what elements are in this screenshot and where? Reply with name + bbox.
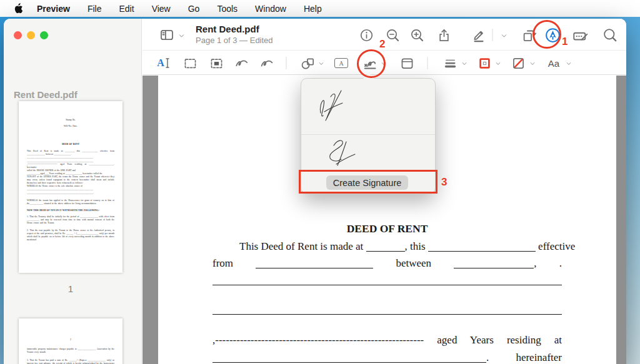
window-subtitle: Page 1 of 3 — Edited [196, 36, 273, 45]
doc-line [212, 285, 562, 302]
menu-items[interactable]: PreviewFileEditViewGoToolsWindowHelp [37, 4, 322, 14]
thumbnail-text-line: Will-No. Date. [27, 125, 114, 128]
thumbnail-text-line: DEED OF RENT [27, 143, 114, 146]
markup-toolbar-divider [286, 57, 287, 69]
thumbnail-text-line: ________________________________________… [27, 192, 114, 195]
apple-logo-icon[interactable] [14, 3, 23, 14]
chevron-down-icon[interactable] [489, 54, 508, 73]
chevron-down-icon[interactable] [312, 54, 331, 73]
thumbnail-text-line: Stamp Rs. [27, 119, 114, 122]
menu-item-preview[interactable]: Preview [37, 4, 70, 14]
doc-line: ,---------------------------------------… [212, 332, 562, 349]
sidebar-filename: Rent Deed.pdf [14, 89, 78, 100]
search-icon[interactable] [601, 26, 619, 44]
page-1-number: 1 [19, 283, 122, 294]
thumbnail-text-line: This Deed of Rent is made at ________, t… [27, 150, 114, 156]
text-box-a: A [339, 60, 343, 67]
text-select-icon[interactable]: A [154, 54, 173, 72]
chevron-down-icon[interactable] [172, 26, 191, 45]
text-select-a: A [157, 57, 164, 69]
menu-item-help[interactable]: Help [304, 4, 322, 14]
window-title-block: Rent Deed.pdf Page 1 of 3 — Edited [196, 24, 273, 45]
annotation-number-3: 3 [441, 176, 447, 189]
sidebar: Rent Deed.pdf Stamp Rs.Will-No. Date.DEE… [4, 19, 142, 364]
zoom-in-icon[interactable] [408, 26, 426, 44]
thumbnail-text-line: 3. That the Tenant has paid a sum of Rs.… [27, 359, 114, 364]
annotation-circle-2 [357, 49, 386, 78]
chevron-down-icon[interactable] [494, 26, 513, 45]
thumbnail-text-line: 2. That the rent payable by the Tenant t… [27, 229, 114, 242]
window-title: Rent Deed.pdf [196, 24, 273, 34]
text-style-aa: Aa [548, 58, 559, 69]
instant-alpha-icon[interactable] [207, 54, 226, 72]
markup-toolbar-divider [428, 57, 428, 69]
doc-line [212, 314, 562, 332]
signature-1[interactable] [301, 79, 435, 135]
info-icon[interactable] [357, 26, 376, 44]
sketch-icon[interactable] [232, 54, 251, 72]
menu-item-file[interactable]: File [88, 4, 102, 14]
doc-line: from between , . [212, 255, 562, 272]
page-2-thumbnail[interactable]: 2immovable property maintenance charges … [19, 318, 122, 364]
thumbnail-text-line: NOW THIS DEED OF TENANCY WITNESSETH THE … [27, 209, 114, 212]
note-icon[interactable] [398, 54, 416, 72]
menu-bar: PreviewFileEditViewGoToolsWindowHelp [0, 0, 640, 17]
toolbar-divider [492, 29, 493, 41]
thumbnail-text-line: ,---------------------------------------… [27, 163, 114, 169]
thumbnail-text-line: 1. That the Tenancy shall be initially f… [27, 215, 114, 225]
chevron-down-icon[interactable] [523, 54, 542, 73]
annotation-circle-1 [532, 20, 561, 49]
doc-line: . hereinafter [212, 349, 562, 364]
chevron-down-icon[interactable] [455, 54, 474, 73]
page-1-thumbnail[interactable]: Stamp Rs.Will-No. Date.DEED OF RENTThis … [19, 101, 122, 273]
share-icon[interactable] [434, 26, 453, 44]
zoom-window-button[interactable] [40, 31, 48, 39]
chevron-down-icon[interactable] [559, 54, 578, 73]
draw-icon[interactable] [258, 54, 276, 72]
annotation-number-2: 2 [379, 38, 385, 51]
thumbnail-text-line: 2 [27, 338, 114, 342]
thumbnail-text-line: TENANT of the OTHER PART, the terms the … [27, 175, 114, 185]
minimize-window-button[interactable] [27, 31, 35, 39]
markup-pen-icon[interactable] [469, 26, 488, 44]
zoom-out-icon[interactable] [383, 26, 402, 44]
annotation-rect-3 [299, 170, 438, 194]
menu-item-go[interactable]: Go [188, 4, 200, 14]
menu-item-edit[interactable]: Edit [119, 4, 134, 14]
thumbnail-text-line: WHEREAS the tenant has applied to the Ho… [27, 199, 114, 205]
traffic-lights [14, 31, 48, 39]
thumbnail-text-line: immovable property maintenance charges p… [27, 348, 114, 354]
doc-line: This Deed of Rent is made at , this effe… [212, 238, 562, 255]
rect-select-icon[interactable] [181, 54, 199, 72]
menu-item-view[interactable]: View [152, 4, 171, 14]
document-text: DEED OF RENTThis Deed of Rent is made at… [212, 220, 562, 364]
annotation-number-1: 1 [562, 36, 568, 48]
text-box-icon[interactable]: A [332, 54, 351, 72]
fill-form-icon[interactable] [571, 26, 589, 45]
close-window-button[interactable] [14, 31, 22, 39]
menu-item-tools[interactable]: Tools [217, 4, 238, 14]
menu-item-window[interactable]: Window [255, 4, 286, 14]
signature-2[interactable] [301, 135, 435, 171]
doc-line: DEED OF RENT [212, 220, 562, 238]
